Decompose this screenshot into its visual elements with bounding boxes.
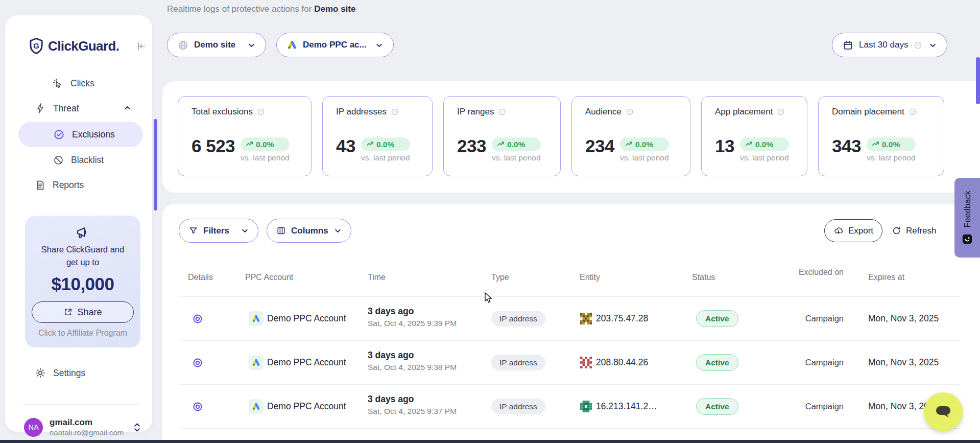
stat-label: Domain placement [832, 107, 904, 117]
svg-text:?: ? [394, 110, 396, 114]
sidebar-item-label: Settings [53, 368, 85, 379]
table-row: Demo PPC Account 3 days ago Sat, Oct 4, … [179, 340, 960, 384]
svg-text:?: ? [912, 110, 914, 114]
promo-amount: $10,000 [25, 274, 140, 294]
chevron-down-icon [248, 41, 255, 49]
feedback-tab[interactable]: Feedback [954, 178, 980, 258]
trend-caption: vs. last period [492, 153, 541, 162]
stat-card: IP addresses ? 43 0.0% vs. last period [322, 96, 433, 176]
refresh-button[interactable]: Refresh [892, 219, 937, 242]
ban-icon [53, 155, 64, 166]
cell-excluded-on: Campaign [782, 402, 844, 411]
trend-badge: 0.0% [492, 137, 541, 151]
promo-text-line1: Share ClickGuard and [25, 243, 140, 256]
external-link-icon [63, 308, 73, 317]
stat-label: IP ranges [457, 107, 494, 117]
sidebar-item-label: Blacklist [71, 155, 104, 166]
refresh-button-label: Refresh [906, 226, 937, 236]
status-badge: Active [696, 354, 738, 371]
table-row: Demo PPC Account 3 days ago Sat, Oct 4, … [179, 384, 960, 428]
stat-card: IP ranges ? 233 0.0% vs. last period [443, 96, 561, 176]
page-scrollbar-thumb[interactable] [976, 57, 980, 104]
column-header-excluded-on: Excluded on [786, 267, 844, 278]
filters-button[interactable]: Filters [179, 219, 258, 243]
stats-panel: Total exclusions ? 6 523 0.0% vs. last p… [162, 81, 980, 193]
sidebar-item-clicks[interactable]: Clicks [52, 77, 94, 90]
svg-text:?: ? [629, 110, 631, 114]
cell-excluded-on: Campaign [782, 314, 844, 323]
help-icon[interactable]: ? [909, 108, 917, 116]
details-eye-button[interactable] [192, 313, 203, 324]
filter-icon [188, 226, 198, 236]
google-ads-icon [249, 311, 264, 326]
cell-excluded-on: Campaign [782, 358, 844, 367]
sidebar-item-label: Reports [53, 180, 84, 191]
cursor-click-icon [52, 78, 63, 89]
sidebar-scrollbar-thumb[interactable] [154, 119, 157, 211]
help-icon[interactable]: ? [257, 108, 265, 116]
date-range-value: Last 30 days [859, 40, 908, 50]
help-icon[interactable]: ? [626, 108, 634, 116]
share-button[interactable]: Share [32, 301, 134, 323]
help-icon[interactable]: ? [914, 41, 922, 50]
date-range-selector[interactable]: Last 30 days ? [832, 33, 947, 57]
feedback-tab-label: Feedback [963, 191, 972, 227]
window-bottom-edge [0, 440, 980, 443]
details-eye-button[interactable] [192, 401, 203, 412]
chevron-up-icon[interactable] [124, 104, 131, 112]
cell-ppc-account: Demo PPC Account [267, 401, 346, 412]
sidebar-item-reports[interactable]: Reports [35, 178, 84, 192]
badge-check-icon [53, 129, 65, 141]
columns-button[interactable]: Columns [267, 219, 351, 243]
trend-badge: 0.0% [361, 137, 410, 151]
promo-text-line2: get up to [25, 256, 140, 269]
stat-card: Total exclusions ? 6 523 0.0% vs. last p… [178, 96, 312, 176]
chat-launcher-button[interactable] [924, 392, 963, 431]
help-icon[interactable]: ? [391, 108, 399, 116]
subtitle-site-name: Demo site [314, 4, 355, 14]
stat-card: Domain placement ? 343 0.0% vs. last per… [818, 96, 944, 176]
clickguard-logo: G ClickGuard. [29, 38, 119, 54]
divider [23, 404, 139, 405]
sidebar-item-blacklist[interactable]: Blacklist [53, 153, 104, 167]
trend-caption: vs. last period [361, 153, 410, 162]
sidebar-item-settings[interactable]: Settings [35, 366, 85, 380]
chevron-down-icon [241, 227, 249, 235]
document-icon [35, 180, 45, 191]
affiliate-promo-card[interactable]: Share ClickGuard and get up to $10,000 S… [25, 216, 140, 347]
sidebar-item-threat[interactable]: Threat [35, 102, 79, 115]
trend-value: 0.0% [635, 140, 653, 149]
trend-caption: vs. last period [620, 153, 669, 162]
stat-label: App placement [715, 107, 773, 117]
ppc-account-selector[interactable]: Demo PPC ac... [276, 33, 394, 57]
sidebar-collapse-icon[interactable] [136, 41, 147, 52]
divider [179, 428, 960, 429]
help-icon[interactable]: ? [498, 108, 506, 116]
type-badge: IP address [491, 311, 545, 327]
type-badge: IP address [491, 399, 545, 414]
column-header-details: Details [188, 273, 213, 282]
google-ads-icon [249, 355, 264, 370]
calendar-icon [843, 40, 853, 51]
cell-time-relative: 3 days ago [368, 394, 414, 405]
chat-bubble-icon [935, 404, 952, 419]
sidebar-item-exclusions-content[interactable]: Exclusions [53, 128, 115, 141]
brand-name: ClickGuard. [48, 38, 119, 54]
site-selector[interactable]: Demo site [167, 33, 266, 57]
columns-icon [276, 226, 286, 236]
gear-icon [35, 367, 46, 379]
type-badge: IP address [491, 355, 545, 370]
svg-text:?: ? [501, 110, 503, 114]
cell-expires-at: Mon, Nov 3, 2025 [868, 357, 939, 368]
megaphone-icon [75, 225, 90, 240]
stat-value: 343 [832, 133, 861, 159]
stat-label: Total exclusions [192, 107, 253, 117]
column-header-entity: Entity [580, 273, 600, 282]
account-switcher[interactable]: NA gmail.com naatali.ro@gmail.com [24, 417, 141, 437]
export-button[interactable]: Export [824, 219, 882, 242]
cloud-download-icon [833, 226, 844, 236]
cell-time-relative: 3 days ago [368, 350, 414, 361]
stat-card: Audience ? 234 0.0% vs. last period [571, 96, 690, 176]
help-icon[interactable]: ? [777, 108, 785, 116]
details-eye-button[interactable] [192, 357, 203, 368]
